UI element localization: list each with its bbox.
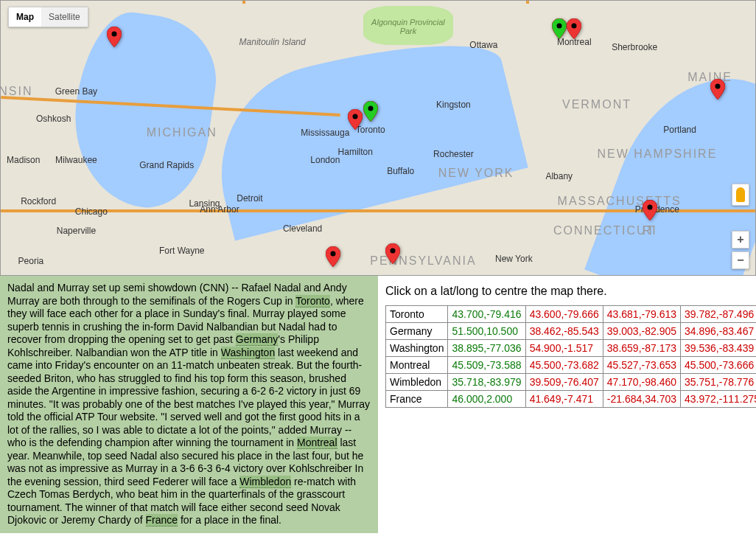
svg-point-5 xyxy=(715,83,720,88)
map-pin[interactable] xyxy=(107,27,122,47)
map-pin[interactable] xyxy=(385,243,400,264)
place-name-cell: Washington xyxy=(386,340,448,357)
latlong-cell[interactable]: 35.751,-78.776 xyxy=(681,374,756,391)
latlong-cell[interactable]: 45.527,-73.653 xyxy=(603,357,680,374)
table-row: Wimbledon35.718,-83.97939.509,-76.40747.… xyxy=(386,374,757,391)
map-pin[interactable] xyxy=(710,79,725,100)
place-link-germany[interactable]: Germany xyxy=(236,333,279,346)
svg-point-0 xyxy=(111,32,116,37)
latlong-cell[interactable]: 43.600,-79.666 xyxy=(525,306,603,323)
table-row: Germany51.500,10.50038.462,-85.54339.003… xyxy=(386,323,757,340)
place-name-cell: Germany xyxy=(386,323,448,340)
latlong-cell[interactable]: 38.659,-87.173 xyxy=(603,340,680,357)
place-name-cell: Wimbledon xyxy=(386,374,448,391)
latlong-cell[interactable]: 43.972,-111.275 xyxy=(681,391,756,408)
coordinates-panel: Click on a lat/long to centre the map th… xyxy=(378,276,756,533)
map-type-satellite-tab[interactable]: Satellite xyxy=(41,7,88,27)
place-link-toronto[interactable]: Toronto xyxy=(295,295,330,307)
svg-point-7 xyxy=(330,251,335,256)
svg-point-8 xyxy=(391,249,396,254)
map-pin[interactable] xyxy=(643,200,657,220)
zoom-out-button[interactable]: − xyxy=(732,251,749,269)
latlong-cell[interactable]: 45.509,-73.588 xyxy=(448,357,525,374)
place-name-cell: Toronto xyxy=(386,306,448,323)
table-row: Toronto43.700,-79.41643.600,-79.66643.68… xyxy=(386,306,757,323)
place-name-cell: Montreal xyxy=(386,357,448,374)
latlong-cell[interactable]: 34.896,-83.467 xyxy=(681,323,756,340)
coordinates-title: Click on a lat/long to centre the map th… xyxy=(385,285,753,298)
latlong-cell[interactable]: 45.500,-73.666 xyxy=(681,357,756,374)
svg-point-1 xyxy=(353,114,358,119)
map-pin[interactable] xyxy=(552,18,567,39)
latlong-cell[interactable]: 43.681,-79.613 xyxy=(603,306,680,323)
svg-point-3 xyxy=(556,24,561,29)
latlong-cell[interactable]: 35.718,-83.979 xyxy=(448,374,525,391)
svg-point-6 xyxy=(647,204,652,209)
place-link-france[interactable]: France xyxy=(146,514,178,527)
map-pin[interactable] xyxy=(363,101,378,122)
article-panel: Nadal and Murray set up semi showdown (C… xyxy=(0,276,378,533)
place-link-montreal[interactable]: Montreal xyxy=(297,437,337,449)
latlong-cell[interactable]: 54.900,-1.517 xyxy=(525,340,603,357)
latlong-cell[interactable]: 43.700,-79.416 xyxy=(448,306,525,323)
table-row: France46.000,2.00041.649,-7.471-21.684,3… xyxy=(386,391,757,408)
latlong-cell[interactable]: 39.509,-76.407 xyxy=(525,374,603,391)
latlong-cell[interactable]: 38.895,-77.036 xyxy=(448,340,525,357)
map-pin[interactable] xyxy=(326,246,340,267)
latlong-cell[interactable]: 39.782,-87.496 xyxy=(681,306,756,323)
latlong-cell[interactable]: 46.000,2.000 xyxy=(448,391,525,408)
coordinates-table: Toronto43.700,-79.41643.600,-79.66643.68… xyxy=(385,305,756,408)
place-name-cell: France xyxy=(386,391,448,408)
svg-point-4 xyxy=(572,24,577,29)
table-row: Washington38.895,-77.03654.900,-1.51738.… xyxy=(386,340,757,357)
latlong-cell[interactable]: 45.500,-73.682 xyxy=(525,357,603,374)
map-pin[interactable] xyxy=(348,109,363,130)
svg-point-2 xyxy=(368,105,373,111)
pegman-icon[interactable] xyxy=(732,184,749,206)
latlong-cell[interactable]: 47.170,-98.460 xyxy=(603,374,680,391)
map-type-switch[interactable]: Map Satellite xyxy=(8,7,88,27)
latlong-cell[interactable]: 41.649,-7.471 xyxy=(525,391,603,408)
map-pin[interactable] xyxy=(567,18,581,39)
zoom-in-button[interactable]: + xyxy=(732,231,749,249)
map-container[interactable]: Algonquin Provincial Park Manitoulin Isl… xyxy=(0,0,756,276)
table-row: Montreal45.509,-73.58845.500,-73.68245.5… xyxy=(386,357,757,374)
place-link-washington[interactable]: Washington xyxy=(221,347,275,359)
latlong-cell[interactable]: 38.462,-85.543 xyxy=(525,323,603,340)
place-link-wimbledon[interactable]: Wimbledon xyxy=(239,476,291,488)
latlong-cell[interactable]: -21.684,34.703 xyxy=(603,391,680,408)
map-type-map-tab[interactable]: Map xyxy=(9,7,41,27)
latlong-cell[interactable]: 39.536,-83.439 xyxy=(681,340,756,357)
latlong-cell[interactable]: 51.500,10.500 xyxy=(448,323,525,340)
latlong-cell[interactable]: 39.003,-82.905 xyxy=(603,323,680,340)
